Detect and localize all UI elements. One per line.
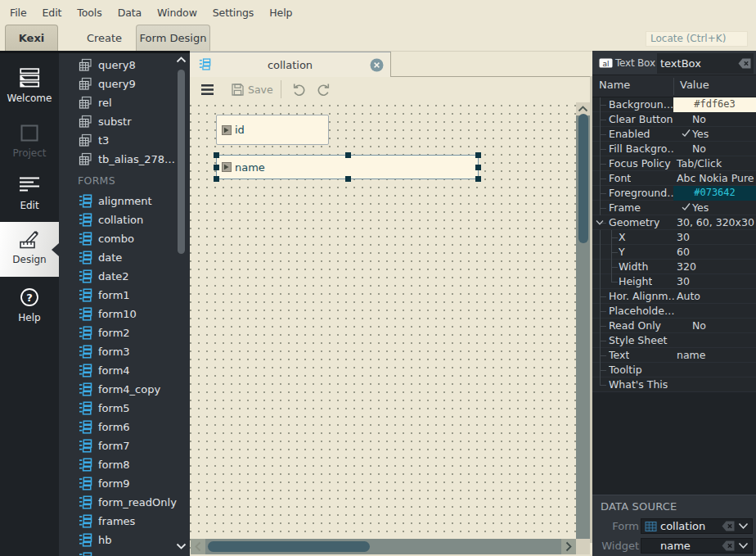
form-widget-id[interactable]: id [216, 115, 329, 145]
property-row-backgroun-[interactable]: Backgroun…#fdf6e3 [592, 97, 756, 112]
clear-field-icon[interactable] [721, 540, 736, 552]
property-row-foreground-[interactable]: Foreground…#073642 [592, 186, 756, 201]
property-value[interactable]: 30 [673, 274, 756, 289]
navigator-item-alignment[interactable]: alignment [59, 192, 173, 210]
navigator-item-form9[interactable]: form9 [59, 474, 173, 493]
canvas-hscroll-thumb[interactable] [208, 541, 370, 552]
property-value[interactable]: #fdf6e3 [673, 97, 756, 112]
property-row-placeholde-[interactable]: Placeholde… [592, 304, 756, 319]
property-row-focus-policy[interactable]: Focus PolicyTab/Click [592, 156, 756, 171]
sidebar-item-welcome[interactable]: Welcome [0, 68, 59, 104]
navigator-item-combo[interactable]: combo [59, 229, 173, 248]
navigator-item-form6[interactable]: form6 [59, 418, 173, 436]
sidebar-item-help[interactable]: ?Help [0, 287, 59, 323]
menu-file[interactable]: File [10, 7, 27, 19]
menu-window[interactable]: Window [157, 7, 197, 19]
form-design-canvas[interactable]: id name [190, 102, 576, 556]
property-value[interactable] [673, 304, 756, 319]
property-row-tooltip[interactable]: Tooltip [592, 363, 756, 377]
navigator-item-t3[interactable]: t3 [59, 131, 173, 150]
navigator-item-form5[interactable]: form5 [59, 399, 173, 418]
tab-form-design[interactable]: Form Design [136, 25, 210, 51]
property-row-x[interactable]: X30 [592, 230, 756, 245]
navigator-item-collation[interactable]: collation [59, 210, 173, 229]
property-row-y[interactable]: Y60 [592, 245, 756, 260]
scroll-up-icon[interactable] [176, 57, 187, 63]
property-value[interactable]: 30 [673, 230, 756, 245]
selection-handle[interactable] [475, 152, 481, 158]
property-value[interactable]: No [673, 112, 756, 127]
expander-icon[interactable] [596, 219, 604, 226]
selection-handle[interactable] [345, 152, 351, 158]
sidebar-item-design[interactable]: Design [0, 229, 59, 265]
scroll-left-icon[interactable] [191, 539, 205, 554]
menu-settings[interactable]: Settings [213, 7, 254, 19]
property-row-font[interactable]: FontAbc Nokia Pure Te [592, 171, 756, 186]
property-row-width[interactable]: Width320 [592, 260, 756, 274]
tab-create[interactable]: Create [73, 25, 136, 51]
close-icon[interactable] [370, 58, 384, 72]
navigator-item-form7[interactable]: form7 [59, 436, 173, 455]
canvas-vscroll-thumb[interactable] [578, 114, 588, 243]
form-combo[interactable]: collation [641, 518, 753, 534]
navigator-item-query8[interactable]: query8 [59, 56, 173, 75]
clear-field-icon[interactable] [721, 520, 736, 532]
navigator-item-frames[interactable]: frames [59, 512, 173, 531]
locate-input[interactable]: Locate (Ctrl+K) [646, 31, 748, 47]
property-row-height[interactable]: Height30 [592, 274, 756, 289]
navigator-item-form2[interactable]: form2 [59, 323, 173, 342]
selection-handle[interactable] [345, 176, 351, 182]
canvas-vertical-scrollbar[interactable] [576, 102, 590, 556]
object-name-field[interactable]: textBox [657, 53, 754, 74]
property-value[interactable]: No [673, 142, 756, 156]
scroll-right-icon[interactable] [561, 539, 576, 554]
property-value[interactable]: Yes [673, 127, 756, 142]
property-value[interactable] [673, 377, 756, 392]
menu-burger-icon[interactable] [201, 84, 214, 95]
menu-edit[interactable]: Edit [43, 7, 62, 19]
property-value[interactable]: 320 [673, 260, 756, 274]
property-value[interactable]: Abc Nokia Pure Te [673, 171, 756, 186]
navigator-item-form4_copy[interactable]: form4_copy [59, 380, 173, 399]
navigator-item-form3[interactable]: form3 [59, 342, 173, 361]
selection-handle[interactable] [214, 165, 219, 170]
canvas-horizontal-scrollbar[interactable] [191, 539, 576, 554]
property-row-style-sheet[interactable]: Style Sheet [592, 333, 756, 348]
navigator-item-query9[interactable]: query9 [59, 75, 173, 93]
property-value[interactable]: Yes [673, 201, 756, 215]
property-value[interactable] [673, 363, 756, 377]
tab-kexi[interactable]: Kexi [5, 25, 58, 51]
property-value[interactable]: #073642 [673, 186, 756, 201]
navigator-item-substr[interactable]: substr [59, 112, 173, 131]
property-value[interactable]: Auto [673, 289, 756, 304]
menu-tools[interactable]: Tools [77, 7, 101, 19]
document-tab-collation[interactable]: collation [190, 52, 391, 77]
navigator-item-date[interactable]: date [59, 248, 173, 267]
menu-help[interactable]: Help [269, 7, 292, 19]
navigator-item-form1[interactable]: form1 [59, 286, 173, 305]
property-row-what-s-this[interactable]: What's This [592, 377, 756, 392]
property-row-geometry[interactable]: Geometry30, 60, 320x30 [592, 215, 756, 230]
property-row-enabled[interactable]: EnabledYes [592, 127, 756, 142]
navigator-item-rel[interactable]: rel [59, 93, 173, 112]
selection-handle[interactable] [475, 176, 481, 182]
navigator-item-form10[interactable]: form10 [59, 305, 173, 323]
property-row-text[interactable]: Textname [592, 348, 756, 363]
sidebar-item-project[interactable]: Project [0, 123, 59, 159]
sidebar-item-edit[interactable]: Edit [0, 175, 59, 211]
property-value[interactable]: Tab/Click [673, 156, 756, 171]
property-value[interactable] [673, 333, 756, 348]
property-value[interactable]: name [673, 348, 756, 363]
chevron-down-icon[interactable] [738, 522, 749, 530]
property-value[interactable]: 30, 60, 320x30 [673, 215, 756, 230]
undo-icon[interactable] [292, 84, 306, 96]
clear-field-icon[interactable] [737, 57, 752, 70]
navigator-item-tb_alias_278…[interactable]: tb_alias_278… [59, 150, 173, 169]
navigator-item-date2[interactable]: date2 [59, 267, 173, 286]
scroll-down-icon[interactable] [176, 543, 187, 549]
property-row-clear-button[interactable]: Clear ButtonNo [592, 112, 756, 127]
navigator-item-clipped[interactable] [59, 549, 173, 556]
navigator-item-form8[interactable]: form8 [59, 455, 173, 474]
navigator-scrollbar[interactable] [175, 55, 188, 556]
menu-data[interactable]: Data [118, 7, 142, 19]
